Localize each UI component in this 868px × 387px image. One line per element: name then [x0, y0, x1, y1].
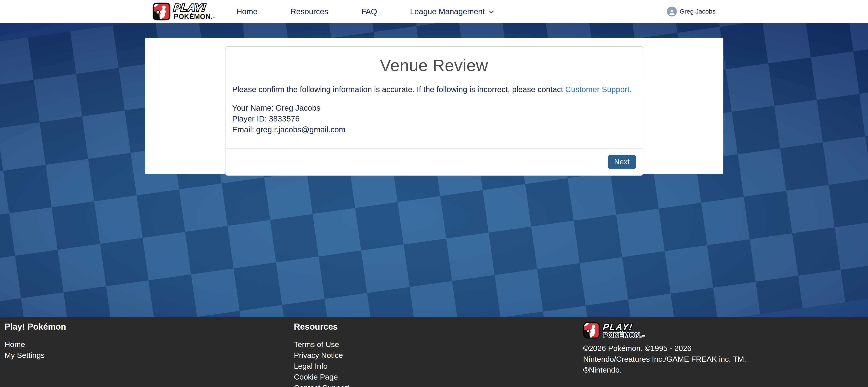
next-button[interactable]: Next [608, 155, 636, 169]
confirmation-text-body: Please confirm the following information… [232, 85, 563, 94]
field-your-name: Your Name:Greg Jacobs [232, 102, 636, 114]
customer-support-link[interactable]: Customer Support. [565, 85, 632, 94]
footer-link-my-settings[interactable]: My Settings [4, 350, 285, 361]
player-info: Your Name:Greg Jacobs Player ID:3833576 … [232, 102, 636, 135]
user-menu[interactable]: Greg Jacobs [667, 6, 715, 17]
confirmation-text: Please confirm the following information… [232, 85, 636, 94]
field-email-value: greg.r.jacobs@gmail.com [256, 125, 345, 134]
avatar [667, 6, 677, 17]
nav-league-management-label: League Management [410, 7, 485, 16]
field-your-name-value: Greg Jacobs [276, 103, 320, 112]
play-pokemon-emblem-icon [583, 322, 600, 339]
footer-col-play-pokemon: Play! Pokémon Home My Settings [0, 322, 289, 387]
footer-link-cookie-page[interactable]: Cookie Page [294, 372, 574, 382]
copyright-line-2: Nintendo/Creatures Inc./GAME FREAK inc. … [583, 355, 746, 363]
logo-pokemon-wordmark: POKÉMON.™ [174, 13, 216, 20]
footer-col-legal: PLAY! POKÉMON.™ ©2026 Pokémon. ©1995 - 2… [579, 322, 868, 387]
person-icon [668, 8, 676, 16]
primary-nav: Home Resources FAQ League Management [236, 7, 495, 16]
user-name: Greg Jacobs [680, 8, 715, 15]
play-pokemon-logo[interactable]: PLAY! POKÉMON.™ [153, 2, 216, 21]
chevron-down-icon [488, 8, 495, 15]
logo-play-wordmark: PLAY! [173, 3, 216, 13]
header-inner: PLAY! POKÉMON.™ Home Resources FAQ Leagu… [153, 2, 715, 21]
main-area: Venue Review Please confirm the followin… [0, 23, 868, 317]
logo-text: PLAY! POKÉMON.™ [603, 322, 645, 339]
field-email-label: Email: [232, 125, 254, 134]
trademark-symbol: ™ [213, 17, 216, 20]
footer-col-resources: Resources Terms of Use Privacy Notice Le… [289, 322, 579, 387]
footer-link-terms-of-use[interactable]: Terms of Use [294, 339, 574, 350]
footer-link-contact-support[interactable]: Contact Support [294, 382, 574, 387]
logo-play-wordmark: PLAY! [602, 322, 646, 331]
copyright-line-3: ®Nintendo. [583, 365, 622, 374]
footer-heading-resources: Resources [294, 322, 574, 332]
footer-link-home[interactable]: Home [4, 339, 285, 350]
footer-heading-play-pokemon: Play! Pokémon [4, 322, 285, 332]
field-player-id: Player ID:3833576 [232, 114, 636, 124]
logo-text: PLAY! POKÉMON.™ [174, 3, 216, 20]
footer-play-pokemon-logo: PLAY! POKÉMON.™ [583, 322, 864, 339]
content-panel: Venue Review Please confirm the followin… [145, 38, 723, 174]
field-player-id-label: Player ID: [232, 114, 267, 123]
play-pokemon-emblem-icon [153, 2, 170, 21]
venue-review-card: Venue Review Please confirm the followin… [225, 46, 643, 176]
logo-pokemon-wordmark: POKÉMON.™ [603, 332, 645, 339]
nav-resources-label: Resources [290, 7, 328, 16]
copyright-line-1: ©2026 Pokémon. ©1995 - 2026 [583, 344, 691, 352]
footer: Play! Pokémon Home My Settings Resources… [0, 317, 868, 387]
card-body: Venue Review Please confirm the followin… [225, 47, 643, 148]
page-title: Venue Review [232, 56, 636, 75]
nav-faq-label: FAQ [361, 7, 377, 16]
trademark-symbol: ™ [642, 335, 645, 338]
header: PLAY! POKÉMON.™ Home Resources FAQ Leagu… [0, 0, 868, 23]
field-player-id-value: 3833576 [269, 114, 300, 123]
footer-link-privacy-notice[interactable]: Privacy Notice [294, 350, 574, 361]
nav-home[interactable]: Home [236, 7, 257, 16]
field-email: Email:greg.r.jacobs@gmail.com [232, 124, 636, 135]
card-footer: Next [225, 148, 643, 175]
footer-link-legal-info[interactable]: Legal Info [294, 361, 574, 372]
nav-faq[interactable]: FAQ [361, 7, 377, 16]
nav-home-label: Home [236, 7, 257, 16]
field-your-name-label: Your Name: [232, 103, 274, 112]
copyright: ©2026 Pokémon. ©1995 - 2026 Nintendo/Cre… [583, 343, 832, 375]
nav-resources[interactable]: Resources [290, 7, 328, 16]
nav-league-management[interactable]: League Management [410, 7, 495, 16]
